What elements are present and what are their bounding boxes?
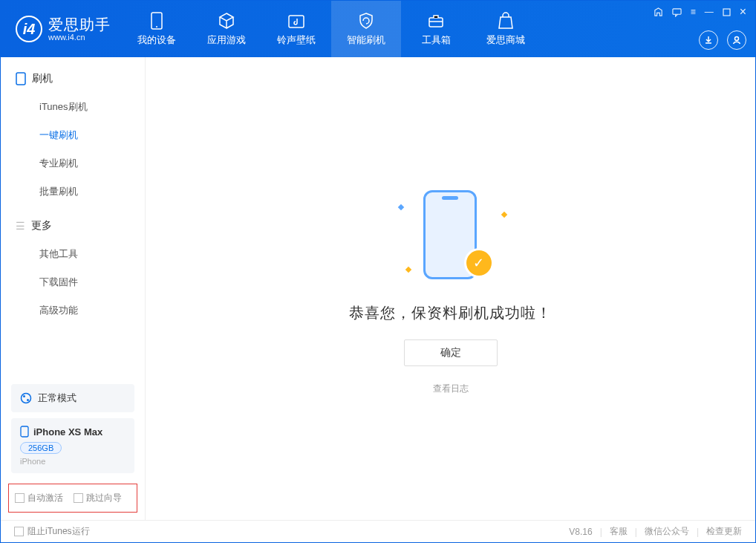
sidebar-item-other-tools[interactable]: 其他工具 <box>1 240 145 268</box>
feedback-icon[interactable] <box>672 7 682 17</box>
logo-icon: i4 <box>16 16 42 42</box>
svg-point-10 <box>27 399 29 401</box>
footer-link-update[interactable]: 检查更新 <box>706 525 742 538</box>
sidebar-item-advanced[interactable]: 高级功能 <box>1 296 145 325</box>
device-info[interactable]: iPhone XS Max 256GB iPhone <box>11 418 134 473</box>
list-icon: ☰ <box>16 220 25 232</box>
version-label: V8.16 <box>569 527 592 537</box>
app-title: 爱思助手 <box>48 16 111 33</box>
tab-label: 智能刷机 <box>347 33 385 47</box>
auto-activate-checkbox[interactable]: 自动激活 <box>15 492 63 504</box>
toolbox-icon <box>426 11 446 30</box>
tab-label: 工具箱 <box>422 33 451 47</box>
maximize-button[interactable] <box>723 8 731 16</box>
svg-point-6 <box>735 37 739 41</box>
mode-icon <box>20 392 32 404</box>
tab-apps-games[interactable]: 应用游戏 <box>192 1 261 57</box>
phone-icon <box>147 11 166 30</box>
svg-point-8 <box>22 394 31 403</box>
footer-link-support[interactable]: 客服 <box>610 525 628 538</box>
svg-rect-4 <box>673 8 681 13</box>
device-type: iPhone <box>20 457 126 466</box>
svg-rect-5 <box>723 9 730 16</box>
cube-icon <box>217 11 236 30</box>
device-name: iPhone XS Max <box>33 426 102 438</box>
sidebar-item-itunes-flash[interactable]: iTunes刷机 <box>1 93 145 121</box>
sidebar-section-flash[interactable]: 刷机 <box>1 65 145 93</box>
tab-smart-flash[interactable]: 智能刷机 <box>331 1 401 57</box>
tab-label: 爱思商城 <box>486 33 525 47</box>
sidebar: 刷机 iTunes刷机 一键刷机 专业刷机 批量刷机 ☰ 更多 其他工具 下载固… <box>1 57 146 520</box>
device-icon <box>16 72 26 85</box>
skip-guide-checkbox[interactable]: 跳过向导 <box>74 492 122 504</box>
success-illustration: ✓ <box>395 183 506 287</box>
section-title: 更多 <box>31 219 52 233</box>
header: i4 爱思助手 www.i4.cn 我的设备 应用游戏 铃声壁纸 智能刷机 工具… <box>1 1 755 57</box>
section-title: 刷机 <box>32 72 53 85</box>
sidebar-item-batch-flash[interactable]: 批量刷机 <box>1 178 145 206</box>
block-itunes-checkbox[interactable]: 阻止iTunes运行 <box>14 525 90 538</box>
tab-toolbox[interactable]: 工具箱 <box>401 1 471 57</box>
svg-rect-7 <box>16 73 25 85</box>
tab-label: 应用游戏 <box>207 33 246 47</box>
shield-refresh-icon <box>356 11 376 30</box>
ok-button[interactable]: 确定 <box>404 339 498 366</box>
sidebar-section-more[interactable]: ☰ 更多 <box>1 212 145 240</box>
svg-point-9 <box>23 395 25 397</box>
nav-tabs: 我的设备 应用游戏 铃声壁纸 智能刷机 工具箱 爱思商城 <box>122 1 541 57</box>
success-message: 恭喜您，保资料刷机成功啦！ <box>349 303 552 323</box>
tab-my-device[interactable]: 我的设备 <box>122 1 192 57</box>
svg-rect-3 <box>429 18 443 27</box>
footer: 阻止iTunes运行 V8.16 | 客服 | 微信公众号 | 检查更新 <box>1 520 755 542</box>
svg-rect-2 <box>289 16 304 27</box>
mode-label: 正常模式 <box>38 391 76 405</box>
mode-status[interactable]: 正常模式 <box>11 384 134 412</box>
window-controls: ≡ — × <box>654 5 746 19</box>
app-subtitle: www.i4.cn <box>48 33 111 42</box>
options-row: 自动激活 跳过向导 <box>8 484 137 513</box>
sidebar-item-pro-flash[interactable]: 专业刷机 <box>1 149 145 178</box>
check-badge-icon: ✓ <box>466 250 492 276</box>
tab-store[interactable]: 爱思商城 <box>471 1 541 57</box>
close-button[interactable]: × <box>740 5 746 19</box>
svg-rect-11 <box>21 426 28 437</box>
download-button[interactable] <box>699 30 718 50</box>
sidebar-item-oneclick-flash[interactable]: 一键刷机 <box>1 121 145 149</box>
svg-point-1 <box>156 26 157 27</box>
logo[interactable]: i4 爱思助手 www.i4.cn <box>1 16 122 42</box>
minimize-button[interactable]: — <box>705 7 714 17</box>
user-button[interactable] <box>727 30 746 50</box>
theme-icon[interactable] <box>654 7 663 17</box>
bag-icon <box>496 11 515 30</box>
sidebar-item-download-firmware[interactable]: 下载固件 <box>1 268 145 296</box>
music-folder-icon <box>287 11 306 30</box>
phone-small-icon <box>20 426 29 438</box>
main-content: ✓ 恭喜您，保资料刷机成功啦！ 确定 查看日志 <box>146 57 755 520</box>
footer-link-wechat[interactable]: 微信公众号 <box>645 525 689 538</box>
menu-icon[interactable]: ≡ <box>691 7 696 17</box>
device-capacity: 256GB <box>20 442 62 454</box>
tab-label: 我的设备 <box>137 33 176 47</box>
tab-ringtones[interactable]: 铃声壁纸 <box>261 1 331 57</box>
tab-label: 铃声壁纸 <box>277 33 316 47</box>
view-log-link[interactable]: 查看日志 <box>433 383 469 395</box>
